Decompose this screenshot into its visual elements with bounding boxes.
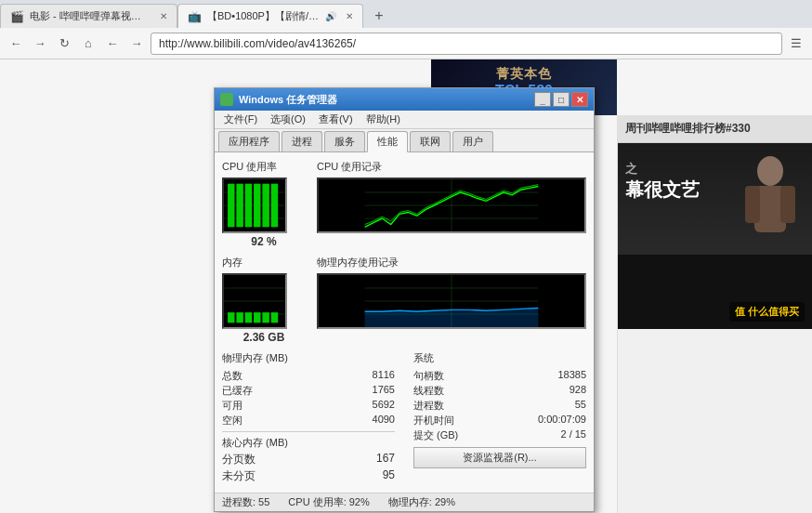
status-mem: 物理内存: 29% xyxy=(388,495,455,509)
kernel-mem-section: 核心内存 (MB) 分页数 167 未分页 95 xyxy=(222,431,395,484)
mem-total-value: 8116 xyxy=(373,369,395,383)
menu-file[interactable]: 文件(F) xyxy=(218,112,263,127)
tab-services[interactable]: 服务 xyxy=(324,131,365,151)
svg-rect-11 xyxy=(262,184,268,228)
close-button[interactable]: ✕ xyxy=(571,92,588,107)
sidebar-thumb: 之 幕很文艺 xyxy=(618,143,812,255)
mem-row-total: 总数 8116 xyxy=(222,369,395,383)
kernel-nonpaged-value: 95 xyxy=(383,468,395,484)
cpu-usage-title: CPU 使用率 xyxy=(222,160,306,174)
menu-view[interactable]: 查看(V) xyxy=(313,112,359,127)
sidebar-bottom: 值 什么值得买 xyxy=(618,255,812,329)
mem-history-title: 物理内存使用记录 xyxy=(317,256,586,270)
tab-bar: 🎬 电影 - 哔哩哔哩弹幕视频网 ✕ 📺 【BD•1080P】【剧情/战… 🔊 … xyxy=(0,0,812,28)
cpu-monitor xyxy=(222,178,287,233)
menu-button[interactable]: ☰ xyxy=(786,33,806,54)
nav-bar: ← → ↻ ⌂ ← → ☰ xyxy=(0,28,812,59)
sys-handles-row: 句柄数 18385 xyxy=(413,369,586,383)
forward-button2[interactable]: → xyxy=(126,33,147,54)
menu-options[interactable]: 选项(O) xyxy=(265,112,311,127)
mem-row-free: 空闲 4090 xyxy=(222,414,395,428)
tm-status-bar: 进程数: 55 CPU 使用率: 92% 物理内存: 29% xyxy=(215,493,594,511)
sys-threads-label: 线程数 xyxy=(413,384,444,398)
svg-rect-3 xyxy=(780,186,795,223)
back-button[interactable]: ← xyxy=(6,33,26,54)
svg-rect-2 xyxy=(745,186,760,223)
mem-history-chart xyxy=(317,273,586,329)
forward-button[interactable]: → xyxy=(30,33,50,54)
cpu-row: CPU 使用率 xyxy=(222,160,586,248)
minimize-button[interactable]: _ xyxy=(534,92,551,107)
maximize-button[interactable]: □ xyxy=(553,92,570,107)
tab-2-speaker: 🔊 xyxy=(325,11,336,21)
sys-uptime-value: 0:00:07:09 xyxy=(538,414,586,428)
mem-cached-value: 1765 xyxy=(373,384,395,398)
cpu-history-col: CPU 使用记录 xyxy=(317,160,586,248)
svg-rect-20 xyxy=(228,312,234,322)
home-button[interactable]: ⌂ xyxy=(78,33,98,54)
mem-free-label: 空闲 xyxy=(222,414,242,428)
kernel-nonpaged-row: 未分页 95 xyxy=(222,468,395,484)
sys-uptime-label: 开机时间 xyxy=(413,414,454,428)
sys-processes-label: 进程数 xyxy=(413,399,444,413)
cpu-history-title: CPU 使用记录 xyxy=(317,160,586,174)
resource-monitor-button[interactable]: 资源监视器(R)... xyxy=(413,447,586,468)
sys-commit-row: 提交 (GB) 2 / 15 xyxy=(413,428,586,442)
svg-rect-25 xyxy=(271,312,278,322)
tm-title: Windows 任务管理器 xyxy=(239,93,529,107)
svg-rect-22 xyxy=(245,312,252,322)
status-processes: 进程数: 55 xyxy=(222,495,269,509)
mem-cached-label: 已缓存 xyxy=(222,384,253,398)
svg-rect-24 xyxy=(262,312,268,322)
tab-1-close[interactable]: ✕ xyxy=(160,11,167,21)
mem-total-label: 总数 xyxy=(222,369,242,383)
sys-threads-value: 928 xyxy=(570,384,586,398)
tm-tabs: 应用程序 进程 服务 性能 联网 用户 xyxy=(215,129,594,152)
tab-1-favicon: 🎬 xyxy=(10,10,24,23)
tab-applications[interactable]: 应用程序 xyxy=(218,131,280,151)
back-button2[interactable]: ← xyxy=(102,33,123,54)
sidebar-person xyxy=(738,152,803,255)
tab-2-close[interactable]: ✕ xyxy=(346,11,353,21)
sidebar-title: 周刊哔哩哔哩排行榜#330 xyxy=(618,115,812,143)
tab-2-favicon: 📺 xyxy=(188,10,202,23)
tab-1[interactable]: 🎬 电影 - 哔哩哔哩弹幕视频网 ✕ xyxy=(0,4,177,28)
sys-handles-value: 18385 xyxy=(557,369,586,383)
tm-controls: _ □ ✕ xyxy=(534,92,588,107)
sys-commit-value: 2 / 15 xyxy=(560,428,586,442)
tm-menu-bar: 文件(F) 选项(O) 查看(V) 帮助(H) xyxy=(215,111,594,129)
svg-rect-21 xyxy=(236,312,242,322)
tab-processes[interactable]: 进程 xyxy=(282,131,322,151)
sys-processes-value: 55 xyxy=(575,399,586,413)
page-content: 菁英本色 TCL 580 Tout Comme La Vie 周刊哔哩哔哩排行榜… xyxy=(0,59,812,513)
kernel-paged-row: 分页数 167 xyxy=(222,452,395,467)
right-sidebar: 周刊哔哩哔哩排行榜#330 之 幕很文艺 值 什么值得买 xyxy=(617,115,812,513)
tab-performance[interactable]: 性能 xyxy=(367,131,408,152)
tab-network[interactable]: 联网 xyxy=(410,131,451,151)
mem-usage-col: 内存 xyxy=(222,256,306,344)
address-bar[interactable] xyxy=(151,33,782,55)
tab-2[interactable]: 📺 【BD•1080P】【剧情/战… 🔊 ✕ xyxy=(177,4,363,28)
new-tab-button[interactable]: + xyxy=(367,4,391,28)
mem-title: 内存 xyxy=(222,256,306,270)
svg-rect-23 xyxy=(254,312,260,322)
mem-usage-value: 2.36 GB xyxy=(222,331,306,344)
mem-row: 内存 xyxy=(222,256,586,344)
status-cpu: CPU 使用率: 92% xyxy=(288,495,369,509)
sys-handles-label: 句柄数 xyxy=(413,369,444,383)
sys-threads-row: 线程数 928 xyxy=(413,384,586,398)
tab-2-label: 【BD•1080P】【剧情/战… xyxy=(207,9,320,23)
left-stats: 物理内存 (MB) 总数 8116 已缓存 1765 可用 xyxy=(222,351,395,485)
svg-rect-10 xyxy=(254,184,260,228)
menu-help[interactable]: 帮助(H) xyxy=(360,112,406,127)
svg-point-0 xyxy=(757,156,783,186)
sys-uptime-row: 开机时间 0:00:07:09 xyxy=(413,414,586,428)
sidebar-big-text: 之 幕很文艺 xyxy=(625,162,700,201)
physical-mem-table: 总数 8116 已缓存 1765 可用 5692 xyxy=(222,369,395,428)
svg-rect-12 xyxy=(271,184,278,228)
kernel-paged-label: 分页数 xyxy=(222,452,255,467)
tab-users[interactable]: 用户 xyxy=(452,131,493,151)
sys-commit-label: 提交 (GB) xyxy=(413,428,458,442)
sidebar-badge: 值 什么值得买 xyxy=(729,302,805,322)
refresh-button[interactable]: ↻ xyxy=(54,33,74,54)
